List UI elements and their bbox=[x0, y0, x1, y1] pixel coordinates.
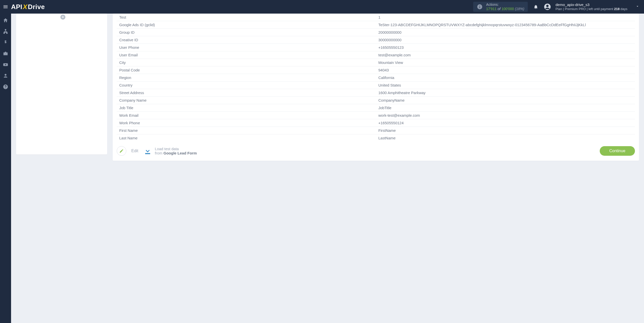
field-label: Work Phone bbox=[117, 119, 376, 127]
field-value: +16505550123 bbox=[376, 44, 635, 51]
topbar: API X Drive Actions: 17'911 of 100'000 (… bbox=[0, 0, 644, 14]
table-row: Work Emailwork-test@example.com bbox=[117, 112, 635, 119]
load-text: Load test data from Google Lead Form bbox=[155, 147, 197, 155]
menu-icon bbox=[3, 4, 8, 10]
table-row: Postal Code94043 bbox=[117, 66, 635, 74]
table-row: Company NameCompanyName bbox=[117, 97, 635, 104]
table-row: Group ID20000000000 bbox=[117, 29, 635, 36]
user-plan: Plan | Premium PRO | left until payment … bbox=[555, 7, 627, 11]
plan-prefix: Plan | bbox=[555, 7, 564, 11]
field-label: Group ID bbox=[117, 29, 376, 36]
user-name: demo_apix-drive_s3 bbox=[555, 3, 627, 7]
svg-rect-1 bbox=[479, 6, 480, 8]
field-value: 1 bbox=[376, 14, 635, 21]
field-label: Country bbox=[117, 82, 376, 89]
svg-point-8 bbox=[5, 88, 6, 88]
menu-toggle[interactable] bbox=[0, 0, 11, 14]
field-value: California bbox=[376, 74, 635, 82]
load-line1: Load test data bbox=[155, 147, 197, 151]
field-label: Job Title bbox=[117, 104, 376, 112]
user-info: demo_apix-drive_s3 Plan | Premium PRO | … bbox=[555, 3, 627, 11]
plan-name: Premium PRO bbox=[565, 7, 586, 11]
briefcase-icon[interactable] bbox=[3, 51, 8, 56]
load-source: Google Lead Form bbox=[164, 151, 197, 155]
field-label: Work Email bbox=[117, 112, 376, 119]
table-row: Job TitleJobTitle bbox=[117, 104, 635, 112]
svg-point-6 bbox=[5, 74, 6, 76]
field-label: City bbox=[117, 59, 376, 66]
notifications-button[interactable] bbox=[532, 3, 539, 10]
field-label: Postal Code bbox=[117, 66, 376, 74]
svg-rect-2 bbox=[479, 5, 480, 6]
card-footer: Edit Load test data from Google Lead For… bbox=[117, 146, 635, 156]
actions-pct: (18%) bbox=[515, 7, 524, 11]
field-value: work-test@example.com bbox=[376, 112, 635, 119]
brand-logo[interactable]: API X Drive bbox=[11, 3, 45, 11]
field-label: Test bbox=[117, 14, 376, 21]
youtube-icon[interactable] bbox=[3, 62, 8, 67]
home-icon[interactable] bbox=[3, 18, 8, 23]
table-row: Test1 bbox=[117, 14, 635, 21]
actions-total: 100'000 bbox=[502, 7, 514, 11]
field-label: Region bbox=[117, 74, 376, 82]
field-label: Street Address bbox=[117, 89, 376, 97]
add-step-button[interactable]: + bbox=[60, 15, 65, 20]
actions-of: of bbox=[497, 7, 501, 11]
table-row: Creative ID30000000000 bbox=[117, 36, 635, 44]
table-row: Street Address1600 Amphitheatre Parkway bbox=[117, 89, 635, 97]
continue-button[interactable]: Continue bbox=[600, 146, 635, 156]
table-row: User Emailtest@example.com bbox=[117, 51, 635, 59]
chevron-down-icon bbox=[635, 4, 639, 8]
plan-days: 218 bbox=[614, 7, 620, 11]
field-value: CompanyName bbox=[376, 97, 635, 104]
field-value: LastName bbox=[376, 134, 635, 142]
table-row: First NameFirstName bbox=[117, 127, 635, 134]
field-value: +16505550124 bbox=[376, 119, 635, 127]
field-value: 20000000000 bbox=[376, 29, 635, 36]
bell-icon bbox=[533, 4, 538, 9]
actions-used: 17'911 bbox=[486, 7, 497, 11]
field-value: test@example.com bbox=[376, 51, 635, 59]
actions-usage[interactable]: Actions: 17'911 of 100'000 (18%) bbox=[473, 2, 528, 12]
field-label: User Phone bbox=[117, 44, 376, 51]
brand-left: API bbox=[11, 3, 22, 11]
table-row: CountryUnited States bbox=[117, 82, 635, 89]
field-value: FirstName bbox=[376, 127, 635, 134]
edit-button[interactable] bbox=[117, 146, 126, 156]
table-row: Work Phone+16505550124 bbox=[117, 119, 635, 127]
data-table: Test1Google Ads ID (gclid)TeSter-123-ABC… bbox=[117, 14, 635, 142]
field-label: Last Name bbox=[117, 134, 376, 142]
actions-label: Actions: bbox=[486, 3, 525, 7]
field-value: JobTitle bbox=[376, 104, 635, 112]
brand-x: X bbox=[22, 3, 28, 11]
user-menu-caret[interactable] bbox=[635, 4, 639, 9]
svg-point-4 bbox=[546, 5, 549, 7]
user-icon[interactable] bbox=[3, 73, 8, 78]
field-value: 1600 Amphitheatre Parkway bbox=[376, 89, 635, 97]
table-row: CityMountain View bbox=[117, 59, 635, 66]
field-label: Creative ID bbox=[117, 36, 376, 44]
page: + Test1Google Ads ID (gclid)TeSter-123-A… bbox=[11, 14, 644, 323]
dollar-icon[interactable] bbox=[3, 40, 8, 45]
table-row: RegionCalifornia bbox=[117, 74, 635, 82]
edit-label: Edit bbox=[131, 149, 138, 153]
field-value: 30000000000 bbox=[376, 36, 635, 44]
hierarchy-icon[interactable] bbox=[3, 29, 8, 34]
load-from: from bbox=[155, 151, 164, 155]
table-row: Google Ads ID (gclid)TeSter-123-ABCDEFGH… bbox=[117, 21, 635, 29]
main-card: Test1Google Ads ID (gclid)TeSter-123-ABC… bbox=[113, 14, 639, 161]
field-value: TeSter-123-ABCDEFGHIJKLMNOPQRSTUVWXYZ-ab… bbox=[376, 21, 635, 29]
user-box[interactable]: demo_apix-drive_s3 Plan | Premium PRO | … bbox=[544, 3, 627, 11]
plan-days-word: days bbox=[621, 7, 627, 11]
pencil-icon bbox=[119, 149, 124, 153]
steps-card: + bbox=[16, 14, 107, 154]
field-label: User Email bbox=[117, 51, 376, 59]
download-icon bbox=[143, 147, 152, 155]
help-icon[interactable] bbox=[3, 84, 8, 90]
field-value: Mountain View bbox=[376, 59, 635, 66]
load-test-data[interactable]: Load test data from Google Lead Form bbox=[143, 147, 197, 155]
avatar bbox=[544, 3, 551, 10]
table-row: Last NameLastName bbox=[117, 134, 635, 142]
field-label: Google Ads ID (gclid) bbox=[117, 21, 376, 29]
field-label: First Name bbox=[117, 127, 376, 134]
